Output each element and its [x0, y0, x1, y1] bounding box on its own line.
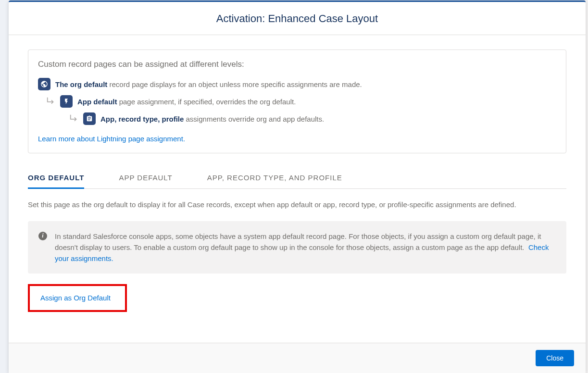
info-note-text: In standard Salesforce console apps, som… — [55, 231, 556, 264]
modal-header: Activation: Enhanced Case Layout — [9, 2, 586, 35]
sub-arrow-icon — [45, 96, 57, 107]
tab-org-default[interactable]: ORG DEFAULT — [28, 168, 84, 189]
tabs: ORG DEFAULT APP DEFAULT APP, RECORD TYPE… — [28, 168, 566, 189]
level-app-rest: page assignment, if specified, overrides… — [117, 98, 296, 106]
modal-title: Activation: Enhanced Case Layout — [9, 12, 586, 25]
close-button[interactable]: Close — [536, 350, 574, 366]
modal-body[interactable]: Custom record pages can be assigned at d… — [9, 35, 586, 343]
backdrop — [0, 0, 9, 373]
level-org-text: The org default record page displays for… — [55, 80, 362, 88]
assign-highlight-box: Assign as Org Default — [28, 284, 127, 312]
level-profile-rest: assignments override org and app default… — [184, 115, 324, 123]
tab-app-default[interactable]: APP DEFAULT — [119, 168, 172, 188]
learn-more-link[interactable]: Learn more about Lightning page assignme… — [38, 135, 185, 143]
info-icon: i — [38, 232, 47, 240]
lightning-icon — [60, 95, 73, 108]
level-org-rest: record page displays for an object unles… — [107, 80, 362, 88]
level-profile-text: App, record type, profile assignments ov… — [100, 115, 324, 123]
clipboard-icon — [83, 112, 96, 125]
note-body: In standard Salesforce console apps, som… — [55, 232, 541, 251]
org-default-description: Set this page as the org default to disp… — [28, 199, 566, 211]
modal-footer: Close — [9, 343, 586, 373]
assignment-levels-intro: Custom record pages can be assigned at d… — [38, 60, 556, 69]
level-app-text: App default page assignment, if specifie… — [77, 98, 296, 106]
info-note: i In standard Salesforce console apps, s… — [28, 221, 566, 274]
globe-icon — [38, 78, 50, 90]
level-app-default: App default page assignment, if specifie… — [45, 95, 556, 108]
assign-org-default-button[interactable]: Assign as Org Default — [40, 294, 111, 302]
tab-app-record-profile[interactable]: APP, RECORD TYPE, AND PROFILE — [207, 168, 342, 188]
level-profile: App, record type, profile assignments ov… — [68, 112, 556, 125]
assignment-levels-card: Custom record pages can be assigned at d… — [28, 50, 566, 153]
level-org-bold: The org default — [55, 80, 107, 88]
level-org-default: The org default record page displays for… — [38, 78, 556, 90]
activation-modal: Activation: Enhanced Case Layout Custom … — [9, 0, 586, 373]
level-app-bold: App default — [77, 98, 117, 106]
sub-arrow-icon — [68, 113, 80, 124]
level-profile-bold: App, record type, profile — [100, 115, 184, 123]
